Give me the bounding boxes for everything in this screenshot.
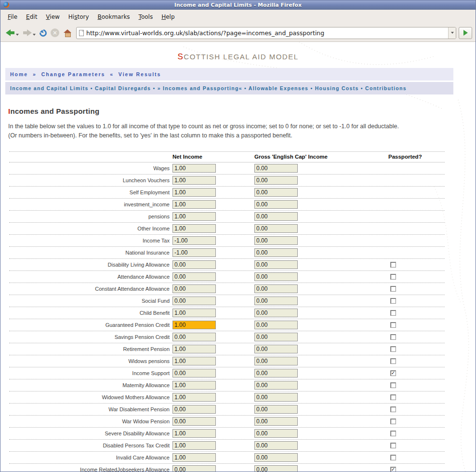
home-button[interactable] xyxy=(61,26,74,40)
net-income-input[interactable] xyxy=(172,405,216,414)
net-income-input[interactable] xyxy=(172,260,216,269)
net-income-input[interactable] xyxy=(172,465,216,472)
nav-link-incomes-and-passporting[interactable]: » Incomes and Passporting« xyxy=(158,85,242,91)
passported-checkbox[interactable] xyxy=(390,394,396,400)
gross-income-input[interactable] xyxy=(254,188,298,197)
passported-checkbox[interactable] xyxy=(390,298,396,304)
gross-income-input[interactable] xyxy=(254,393,298,402)
menu-edit[interactable]: Edit xyxy=(22,11,41,23)
gross-income-input[interactable] xyxy=(254,465,298,472)
net-income-input[interactable] xyxy=(172,345,216,353)
back-button[interactable] xyxy=(4,26,21,40)
net-income-input[interactable] xyxy=(172,369,216,378)
gross-income-input[interactable] xyxy=(254,236,298,245)
menu-view[interactable]: View xyxy=(41,11,64,23)
net-income-input[interactable] xyxy=(172,297,216,305)
reload-button[interactable] xyxy=(38,26,49,40)
net-income-input[interactable] xyxy=(172,188,216,197)
back-dropdown-icon[interactable] xyxy=(16,34,19,36)
nav-link-allowable-expenses[interactable]: Allowable Expenses xyxy=(249,85,308,91)
nav-link-change-parameters[interactable]: Change Parameters xyxy=(41,71,106,77)
gross-income-input[interactable] xyxy=(254,441,298,450)
net-income-input[interactable] xyxy=(172,417,216,426)
net-income-input[interactable] xyxy=(172,429,216,438)
passported-checkbox[interactable] xyxy=(390,431,396,436)
net-income-input[interactable] xyxy=(172,441,216,450)
gross-income-input[interactable] xyxy=(254,224,298,233)
net-income-input[interactable] xyxy=(172,321,216,329)
gross-income-input[interactable] xyxy=(254,453,298,462)
passported-checkbox[interactable] xyxy=(390,310,396,316)
nav-link-home[interactable]: Home xyxy=(10,71,28,77)
passported-checkbox[interactable] xyxy=(390,286,396,292)
gross-income-input[interactable] xyxy=(254,260,298,269)
net-income-input[interactable] xyxy=(172,200,216,209)
passported-checkbox[interactable] xyxy=(390,455,396,460)
passported-checkbox[interactable] xyxy=(390,418,396,424)
stop-button[interactable]: × xyxy=(49,26,61,40)
net-income-input[interactable] xyxy=(172,453,216,462)
net-income-input[interactable] xyxy=(172,212,216,221)
gross-income-input[interactable] xyxy=(254,381,298,390)
gross-income-input[interactable] xyxy=(254,345,298,353)
net-income-input[interactable] xyxy=(172,284,216,293)
passported-checkbox[interactable] xyxy=(390,322,396,328)
nav-link-housing-costs[interactable]: Housing Costs xyxy=(315,85,359,91)
net-income-input[interactable] xyxy=(172,236,216,245)
gross-income-input[interactable] xyxy=(254,417,298,426)
net-income-input[interactable] xyxy=(172,224,216,233)
header-net-income: Net Income xyxy=(172,154,254,160)
passported-checkbox[interactable]: ✓ xyxy=(390,370,396,376)
go-button[interactable] xyxy=(459,27,472,39)
net-income-input[interactable] xyxy=(172,272,216,281)
gross-income-input[interactable] xyxy=(254,297,298,305)
passported-checkbox[interactable] xyxy=(390,334,396,340)
net-income-input[interactable] xyxy=(172,393,216,402)
nav-link-capital-disregards[interactable]: Capital Disregards xyxy=(95,85,151,91)
net-income-input[interactable] xyxy=(172,176,216,185)
passported-checkbox[interactable] xyxy=(390,406,396,412)
gross-income-input[interactable] xyxy=(254,272,298,281)
net-income-input[interactable] xyxy=(172,333,216,341)
nav-link-contributions[interactable]: Contributions xyxy=(365,85,407,91)
menu-file[interactable]: File xyxy=(3,11,22,23)
gross-income-input[interactable] xyxy=(254,357,298,365)
net-income-input[interactable] xyxy=(172,381,216,390)
nav-link-income-and-capital-limits[interactable]: Income and Capital Limits xyxy=(10,85,89,91)
gross-income-input[interactable] xyxy=(254,284,298,293)
menu-tools[interactable]: Tools xyxy=(134,11,158,23)
passported-checkbox[interactable] xyxy=(390,274,396,280)
passported-checkbox[interactable] xyxy=(390,358,396,364)
url-bar[interactable] xyxy=(76,27,456,39)
gross-income-input[interactable] xyxy=(254,176,298,185)
menu-history[interactable]: History xyxy=(64,11,93,23)
gross-income-input[interactable] xyxy=(254,212,298,221)
gross-income-input[interactable] xyxy=(254,321,298,329)
gross-income-input[interactable] xyxy=(254,405,298,414)
title-bar[interactable]: Income and Capital Limits - Mozilla Fire… xyxy=(0,0,476,10)
url-dropdown-button[interactable] xyxy=(448,27,456,39)
passported-checkbox[interactable] xyxy=(390,382,396,388)
gross-income-input[interactable] xyxy=(254,309,298,317)
passported-checkbox[interactable] xyxy=(390,262,396,268)
net-income-input[interactable] xyxy=(172,164,216,173)
passported-checkbox[interactable]: ✓ xyxy=(390,467,396,472)
net-income-input[interactable] xyxy=(172,309,216,317)
url-input[interactable] xyxy=(84,29,448,37)
gross-income-input[interactable] xyxy=(254,200,298,209)
menu-bookmarks[interactable]: Bookmarks xyxy=(93,11,134,23)
gross-income-input[interactable] xyxy=(254,369,298,378)
passported-checkbox[interactable] xyxy=(390,443,396,448)
passported-checkbox[interactable] xyxy=(390,346,396,352)
nav-link-view-results[interactable]: View Results xyxy=(119,71,161,77)
forward-dropdown-icon[interactable] xyxy=(33,34,36,36)
gross-income-input[interactable] xyxy=(254,333,298,341)
net-income-input[interactable] xyxy=(172,248,216,257)
forward-button[interactable] xyxy=(21,26,38,40)
gross-income-input[interactable] xyxy=(254,164,298,173)
gross-income-input[interactable] xyxy=(254,248,298,257)
net-income-input[interactable] xyxy=(172,357,216,365)
gross-income-input[interactable] xyxy=(254,429,298,438)
table-row: Invalid Care Allowance xyxy=(9,452,445,464)
menu-help[interactable]: Help xyxy=(157,11,179,23)
